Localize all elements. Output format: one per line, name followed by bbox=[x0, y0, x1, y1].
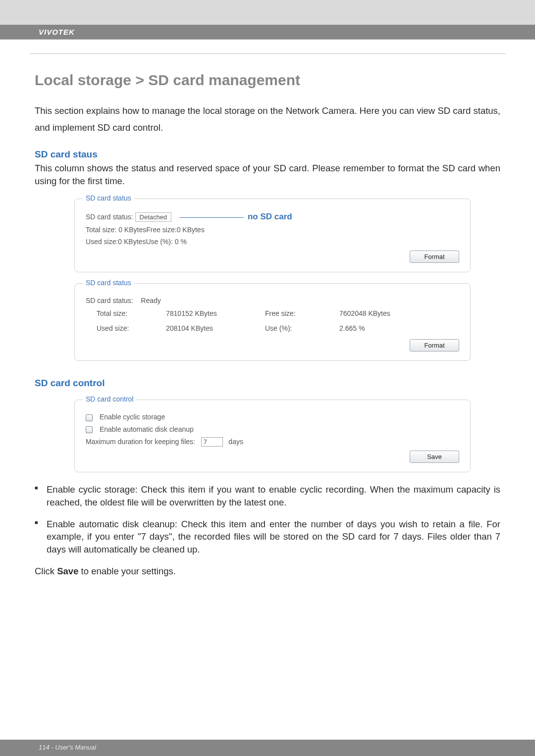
intro-paragraph: This section explains how to manage the … bbox=[35, 102, 500, 136]
auto-cleanup-label: Enable automatic disk cleanup bbox=[100, 425, 194, 433]
used-size-label: Used size: bbox=[97, 324, 166, 332]
use-pct-label: Use (%): bbox=[265, 324, 339, 332]
total-size-value: 7810152 KBytes bbox=[166, 309, 265, 317]
fieldset-legend: SD card control bbox=[83, 395, 136, 403]
status-value-box: Detached bbox=[135, 212, 172, 222]
page-footer: 114 - User's Manual bbox=[0, 740, 535, 756]
used-size-value: 208104 KBytes bbox=[166, 324, 265, 332]
status-label: SD card status: bbox=[86, 297, 133, 304]
sd-card-status-panel-ready: SD card status SD card status: Ready Tot… bbox=[74, 283, 471, 361]
fieldset-legend: SD card status bbox=[83, 194, 134, 202]
footer-text: 114 - User's Manual bbox=[39, 744, 96, 751]
status-value: Ready bbox=[141, 297, 160, 304]
use-pct-value: 2.665 % bbox=[339, 324, 438, 332]
closing-bold: Save bbox=[57, 566, 78, 576]
explanation-list: Enable cyclic storage: Check this item i… bbox=[35, 483, 500, 556]
cyclic-storage-row: Enable cyclic storage bbox=[86, 413, 459, 421]
closing-suffix: to enable your settings. bbox=[78, 566, 175, 576]
closing-prefix: Click bbox=[35, 566, 57, 576]
bullet-cyclic: Enable cyclic storage: Check this item i… bbox=[35, 483, 500, 509]
format-button[interactable]: Format bbox=[410, 339, 459, 352]
sd-card-status-description: This column shows the status and reserve… bbox=[35, 162, 500, 188]
page-title: Local storage > SD card management bbox=[35, 72, 500, 89]
top-gray-band bbox=[0, 0, 535, 25]
status-row: SD card status: Detached no SD card bbox=[86, 212, 459, 222]
days-input[interactable] bbox=[201, 437, 223, 447]
status-label: SD card status: bbox=[86, 213, 133, 221]
size-row-2: Used size:0 KBytesUse (%): 0 % bbox=[86, 238, 459, 246]
save-button[interactable]: Save bbox=[410, 451, 459, 463]
bullet-cleanup: Enable automatic disk cleanup: Check thi… bbox=[35, 518, 500, 556]
no-sd-card-callout: no SD card bbox=[248, 212, 292, 221]
sd-card-control-heading: SD card control bbox=[35, 378, 500, 389]
auto-cleanup-checkbox[interactable] bbox=[86, 426, 93, 433]
auto-cleanup-row: Enable automatic disk cleanup bbox=[86, 425, 459, 433]
fieldset-legend: SD card status bbox=[83, 279, 134, 287]
max-duration-label: Maximum duration for keeping files: bbox=[86, 438, 195, 446]
days-suffix: days bbox=[228, 438, 243, 446]
size-row-1: Total size: 0 KBytesFree size:0 KBytes bbox=[86, 226, 459, 234]
callout-leader-line bbox=[179, 217, 244, 218]
status-row: SD card status: Ready bbox=[86, 297, 459, 304]
stats-grid: Total size: 7810152 KBytes Free size: 76… bbox=[97, 309, 459, 332]
total-size-label: Total size: bbox=[97, 309, 166, 317]
format-button[interactable]: Format bbox=[410, 251, 459, 263]
brand-bar: VIVOTEK bbox=[0, 25, 535, 40]
brand-text: VIVOTEK bbox=[39, 28, 75, 36]
sd-card-control-panel: SD card control Enable cyclic storage En… bbox=[74, 400, 471, 472]
sd-card-status-panel-detached: SD card status SD card status: Detached … bbox=[74, 199, 471, 272]
cyclic-storage-label: Enable cyclic storage bbox=[100, 413, 165, 421]
closing-line: Click Save to enable your settings. bbox=[35, 565, 500, 578]
free-size-value: 7602048 KBytes bbox=[339, 309, 438, 317]
free-size-label: Free size: bbox=[265, 309, 339, 317]
cyclic-storage-checkbox[interactable] bbox=[86, 414, 93, 421]
sd-card-status-heading: SD card staus bbox=[35, 149, 500, 160]
max-duration-row: Maximum duration for keeping files: days bbox=[86, 437, 459, 447]
